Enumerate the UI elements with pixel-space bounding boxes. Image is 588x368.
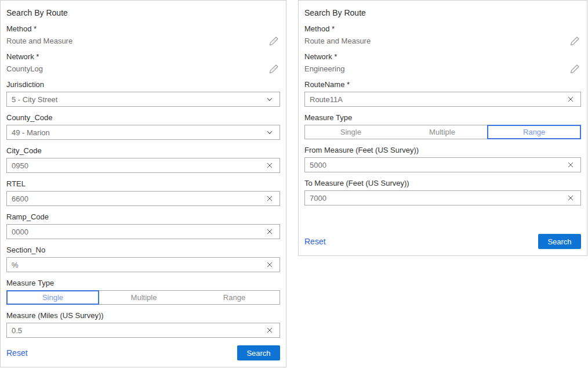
rtel-label: RTEL (6, 179, 280, 189)
reset-link[interactable]: Reset (6, 348, 28, 358)
jurisdiction-select[interactable]: 5 - City Street (6, 92, 280, 107)
panel-footer: Reset Search (304, 234, 581, 249)
jurisdiction-label: Jurisdiction (6, 80, 280, 90)
measure-type-segmented: Single Multiple Range (6, 290, 280, 305)
field-from-measure: From Measure (Feet (US Survey)) (304, 145, 581, 172)
field-rtel: RTEL (6, 179, 280, 206)
clear-x-icon[interactable] (260, 258, 280, 272)
field-measure-type: Measure Type Single Multiple Range (6, 278, 280, 305)
jurisdiction-selected-value: 5 - City Street (7, 95, 260, 104)
edit-method-icon[interactable] (268, 35, 279, 46)
segment-multiple[interactable]: Multiple (397, 125, 488, 139)
segment-multiple[interactable]: Multiple (99, 291, 189, 304)
chevron-down-icon (260, 125, 280, 139)
edit-network-icon[interactable] (268, 63, 279, 74)
field-measure-type: Measure Type Single Multiple Range (304, 113, 581, 139)
to-measure-input[interactable] (305, 194, 561, 203)
method-label: Method * (304, 24, 581, 34)
measure-input-wrap (6, 323, 280, 338)
clear-x-icon[interactable] (561, 158, 580, 172)
field-method: Method * Route and Measure (304, 24, 581, 46)
field-city-code: City_Code (6, 146, 280, 173)
county-code-select[interactable]: 49 - Marion (6, 125, 280, 140)
segment-single[interactable]: Single (6, 290, 99, 305)
field-to-measure: To Measure (Feet (US Survey)) (304, 178, 581, 205)
chevron-down-icon (260, 92, 280, 106)
clear-x-icon[interactable] (260, 158, 280, 172)
clear-x-icon[interactable] (260, 192, 280, 205)
county-code-selected-value: 49 - Marion (7, 128, 260, 137)
method-label: Method * (6, 24, 280, 34)
field-method: Method * Route and Measure (6, 24, 280, 46)
measure-label: Measure (Miles (US Survey)) (6, 311, 280, 321)
field-county-code: County_Code 49 - Marion (6, 113, 280, 140)
route-name-label: RouteName * (304, 80, 581, 90)
edit-network-icon[interactable] (569, 63, 580, 74)
search-by-route-panel-left: Search By Route Method * Route and Measu… (0, 0, 286, 367)
network-value: Engineering (304, 64, 344, 73)
rtel-input-wrap (6, 191, 280, 206)
clear-x-icon[interactable] (561, 92, 580, 106)
county-code-label: County_Code (6, 113, 280, 123)
method-readonly-row: Route and Measure (6, 35, 280, 46)
clear-x-icon[interactable] (260, 225, 280, 239)
from-measure-label: From Measure (Feet (US Survey)) (304, 145, 581, 156)
measure-type-label: Measure Type (304, 113, 581, 123)
search-by-route-panel-right: Search By Route Method * Route and Measu… (298, 0, 587, 256)
ramp-code-input[interactable] (7, 228, 260, 236)
field-measure: Measure (Miles (US Survey)) (6, 311, 280, 338)
panel-title: Search By Route (304, 8, 581, 18)
method-value: Route and Measure (304, 37, 371, 45)
clear-x-icon[interactable] (260, 323, 280, 337)
city-code-input-wrap (6, 158, 280, 173)
ramp-code-label: Ramp_Code (6, 212, 280, 222)
section-no-input-wrap (6, 257, 280, 272)
field-route-name: RouteName * (304, 80, 581, 107)
field-section-no: Section_No (6, 245, 280, 272)
panel-title: Search By Route (6, 8, 280, 18)
segment-range[interactable]: Range (189, 291, 280, 304)
route-name-input-wrap (304, 92, 581, 107)
clear-x-icon[interactable] (561, 191, 580, 205)
measure-type-segmented: Single Multiple Range (304, 125, 581, 139)
from-measure-input-wrap (304, 157, 581, 172)
edit-method-icon[interactable] (569, 35, 580, 46)
network-readonly-row: CountyLog (6, 63, 280, 74)
to-measure-label: To Measure (Feet (US Survey)) (304, 178, 581, 189)
method-value: Route and Measure (6, 37, 72, 45)
field-ramp-code: Ramp_Code (6, 212, 280, 239)
search-button[interactable]: Search (538, 234, 581, 249)
to-measure-input-wrap (304, 190, 581, 205)
rtel-input[interactable] (7, 194, 260, 203)
route-name-input[interactable] (305, 95, 561, 104)
section-no-input[interactable] (7, 261, 260, 269)
field-network: Network * CountyLog (6, 52, 280, 74)
section-no-label: Section_No (6, 245, 280, 255)
network-value: CountyLog (6, 64, 43, 73)
from-measure-input[interactable] (305, 161, 561, 169)
measure-type-label: Measure Type (6, 278, 280, 288)
field-network: Network * Engineering (304, 52, 581, 74)
field-jurisdiction: Jurisdiction 5 - City Street (6, 80, 280, 107)
method-readonly-row: Route and Measure (304, 35, 581, 46)
panel-footer: Reset Search (6, 345, 280, 360)
city-code-label: City_Code (6, 146, 280, 156)
ramp-code-input-wrap (6, 224, 280, 239)
network-readonly-row: Engineering (304, 63, 581, 74)
search-button[interactable]: Search (237, 345, 280, 360)
network-label: Network * (304, 52, 581, 62)
segment-single[interactable]: Single (305, 125, 397, 139)
network-label: Network * (6, 52, 280, 62)
segment-range[interactable]: Range (487, 125, 581, 139)
measure-input[interactable] (7, 326, 260, 335)
reset-link[interactable]: Reset (304, 237, 326, 246)
city-code-input[interactable] (7, 161, 260, 170)
